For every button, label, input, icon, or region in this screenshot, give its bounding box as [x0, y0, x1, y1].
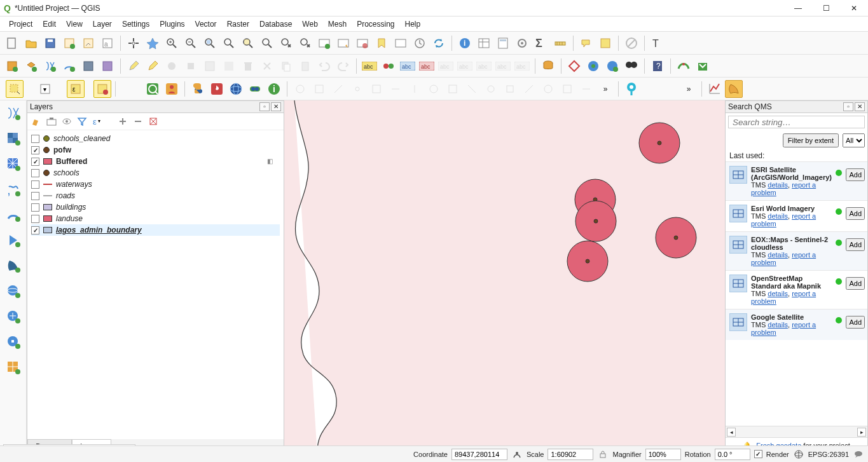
label-grey1-button[interactable]: abc: [437, 57, 455, 75]
snap-tool-10[interactable]: [463, 80, 481, 98]
quickmapservices-button[interactable]: [144, 80, 162, 98]
menu-mesh[interactable]: Mesh: [323, 18, 352, 30]
select-features-button[interactable]: [596, 34, 614, 52]
layer-row-schools_cleaned[interactable]: schools_cleaned: [31, 133, 280, 144]
layers-expand-all-button[interactable]: [116, 115, 129, 128]
qms-item[interactable]: Esri World ImageryTMS details, report a …: [726, 200, 867, 231]
open-project-button[interactable]: [22, 34, 40, 52]
statistics-summary-button[interactable]: Σ: [532, 34, 550, 52]
coordinate-input[interactable]: [451, 449, 507, 460]
add-button[interactable]: Add: [846, 168, 865, 181]
layer-labeling-button[interactable]: [380, 57, 397, 75]
web-button[interactable]: [227, 80, 245, 98]
add-button[interactable]: Add: [846, 316, 865, 329]
layer-checkbox[interactable]: [31, 192, 39, 200]
qms-item[interactable]: Google SatelliteTMS details, report a pr…: [726, 309, 867, 340]
label-grey4-button[interactable]: abc: [494, 57, 512, 75]
redo-button[interactable]: [334, 57, 352, 75]
layers-styling-button[interactable]: [30, 115, 43, 128]
layer-checkbox[interactable]: [31, 203, 39, 212]
identify-button[interactable]: i: [456, 34, 474, 52]
add-mesh-layer-button[interactable]: [3, 154, 24, 174]
add-xyz-layer-button[interactable]: [3, 357, 24, 377]
zoom-next-button[interactable]: [296, 34, 314, 52]
layer-row-landuse[interactable]: landuse: [31, 213, 280, 224]
add-button[interactable]: Add: [846, 207, 865, 220]
add-button[interactable]: Add: [846, 277, 865, 290]
add-vector-layer-button[interactable]: [3, 103, 24, 123]
menu-raster[interactable]: Raster: [222, 18, 254, 30]
modify-attrs-button[interactable]: [201, 57, 219, 75]
qms-filter-select[interactable]: All: [843, 133, 865, 147]
maximize-button[interactable]: ☐: [812, 0, 840, 17]
menu-processing[interactable]: Processing: [352, 18, 399, 30]
qms-hscroll[interactable]: ◂ ▸: [726, 426, 867, 437]
new-print-layout-button[interactable]: [60, 34, 78, 52]
qms-info-button[interactable]: i: [265, 80, 283, 98]
select-by-expression-button[interactable]: ε: [67, 80, 85, 98]
snap-tool-5[interactable]: [368, 80, 385, 98]
help-button[interactable]: ?: [649, 57, 666, 75]
osm-tools-1-button[interactable]: [565, 57, 583, 75]
add-wfs-layer-button[interactable]: [3, 332, 24, 352]
toggle-editing-button[interactable]: [125, 57, 142, 75]
add-postgis-layer-button[interactable]: [3, 255, 24, 276]
plugin-red-button[interactable]: [163, 80, 181, 98]
db-manager-button[interactable]: [539, 57, 557, 75]
snap-tool-8[interactable]: [425, 80, 443, 98]
qms-close-button[interactable]: ✕: [855, 102, 865, 111]
deselect-button[interactable]: ▾: [36, 80, 54, 98]
layers-remove-button[interactable]: [147, 115, 160, 128]
details-link[interactable]: details: [768, 290, 788, 297]
layer-row-roads[interactable]: roads: [31, 190, 280, 201]
layer-row-schools[interactable]: schools: [31, 167, 280, 179]
delete-selected-button[interactable]: [220, 57, 238, 75]
minimize-button[interactable]: —: [784, 0, 812, 17]
add-button[interactable]: Add: [846, 238, 865, 251]
select-by-rectangle-button[interactable]: [6, 80, 24, 98]
new-map-view-button[interactable]: [315, 34, 333, 52]
spatial-bookmark-button[interactable]: [373, 34, 390, 52]
label-grey2-button[interactable]: abc: [456, 57, 474, 75]
save-edits-button[interactable]: [144, 57, 162, 75]
menu-vector[interactable]: Vector: [190, 18, 222, 30]
plugin-fire-button[interactable]: [208, 80, 226, 98]
style-manager-button[interactable]: a: [99, 34, 116, 52]
pin-icon-button[interactable]: [623, 80, 640, 98]
refresh-button[interactable]: [411, 34, 429, 52]
snap-tool-2[interactable]: [310, 80, 328, 98]
new-shapefile-layer-button[interactable]: [41, 57, 59, 75]
label-grey5-button[interactable]: abc: [513, 57, 531, 75]
scroll-left-button[interactable]: ◂: [727, 428, 736, 437]
zoom-last-button[interactable]: [277, 34, 295, 52]
measure-line-button[interactable]: [551, 34, 569, 52]
add-delimited-text-button[interactable]: ,: [3, 179, 24, 200]
rotation-input[interactable]: [715, 449, 750, 460]
layer-checkbox[interactable]: [31, 180, 39, 189]
refresh-map-button[interactable]: [430, 34, 448, 52]
qms-item[interactable]: EOX::Maps - Sentinel-2 cloudlessTMS deta…: [726, 231, 867, 270]
add-raster-layer-button[interactable]: [3, 128, 24, 149]
vertex-tool-button[interactable]: [182, 57, 200, 75]
osm-tools-3-button[interactable]: [603, 57, 621, 75]
magnifier-input[interactable]: [645, 449, 681, 460]
orange-tool-button[interactable]: [725, 80, 743, 98]
paste-button[interactable]: [296, 57, 314, 75]
zoom-to-selection-button[interactable]: [239, 34, 257, 52]
lock-scale-icon[interactable]: [597, 449, 609, 460]
new-mesh-layer-button[interactable]: [99, 57, 116, 75]
snap-tool-12[interactable]: [501, 80, 519, 98]
scale-input[interactable]: [548, 449, 593, 460]
qms-item[interactable]: ESRI Satellite (ArcGIS/World_Imagery)TMS…: [726, 161, 867, 200]
add-feature-button[interactable]: [163, 57, 181, 75]
pan-button[interactable]: [125, 34, 142, 52]
snap-tool-13[interactable]: [520, 80, 538, 98]
zoom-out-button[interactable]: [182, 34, 200, 52]
pan-to-selection-button[interactable]: [144, 34, 162, 52]
crs-icon[interactable]: [793, 449, 804, 460]
zoom-native-button[interactable]: [201, 34, 219, 52]
map-canvas[interactable]: [284, 100, 725, 454]
select-all-button[interactable]: [93, 80, 111, 98]
snap-tool-4[interactable]: [348, 80, 366, 98]
label-abc-red-button[interactable]: abc: [418, 57, 436, 75]
